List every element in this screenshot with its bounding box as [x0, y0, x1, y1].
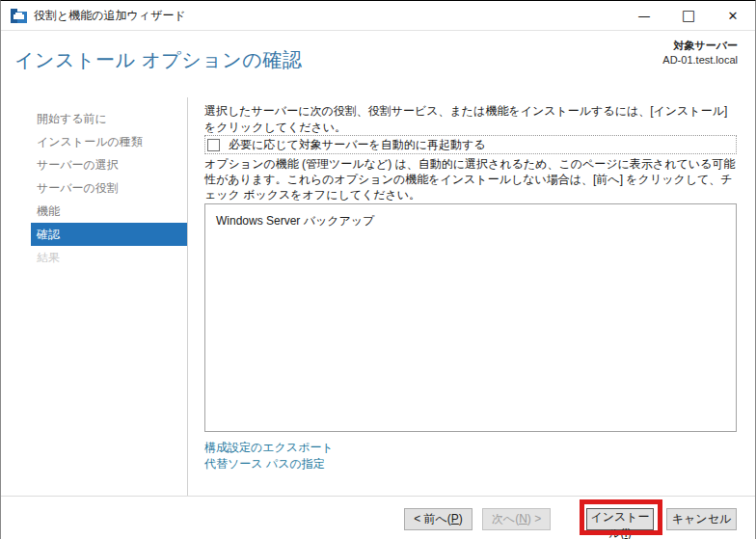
target-server-label: 対象サーバー [662, 39, 738, 53]
title-bar: 役割と機能の追加ウィザード — □ ✕ [1, 1, 755, 31]
wizard-footer: < 前へ(P) 次へ(N) > インストール(I) キャンセル [1, 496, 755, 539]
caption-controls: — □ ✕ [622, 1, 755, 30]
next-button-label-end: ) > [527, 512, 541, 526]
wizard-window: 役割と機能の追加ウィザード — □ ✕ インストール オプションの確認 対象サー… [0, 0, 756, 539]
footer-links: 構成設定のエクスポート 代替ソース パスの指定 [204, 440, 334, 472]
restart-checkbox-row[interactable]: 必要に応じて対象サーバーを自動的に再起動する [204, 135, 737, 154]
restart-checkbox[interactable] [207, 139, 220, 151]
nav-item-features[interactable]: 機能 [31, 200, 187, 223]
back-button-accesskey: P [451, 512, 459, 526]
back-button[interactable]: < 前へ(P) [404, 508, 472, 530]
window-title: 役割と機能の追加ウィザード [34, 8, 186, 24]
install-button[interactable]: インストール(I) [586, 508, 654, 530]
install-button-label-end: ) [628, 526, 632, 539]
install-button-label: インストール( [590, 510, 649, 539]
nav-item-server-selection[interactable]: サーバーの選択 [31, 153, 187, 176]
feature-item-windows-server-backup[interactable]: Windows Server バックアップ [205, 204, 736, 229]
confirmation-page: 選択したサーバーに次の役割、役割サービス、または機能をインストールするには、[イ… [204, 97, 737, 496]
next-button: 次へ(N) > [482, 508, 551, 530]
minimize-button[interactable]: — [622, 1, 666, 30]
target-server-name: AD-01.test.local [662, 53, 738, 67]
close-button[interactable]: ✕ [711, 1, 755, 30]
optional-features-note: オプションの機能 (管理ツールなど) は、自動的に選択されるため、このページに表… [204, 156, 737, 202]
wizard-nav: 開始する前に インストールの種類 サーバーの選択 サーバーの役割 機能 確認 結… [1, 97, 188, 496]
nav-item-before-you-begin[interactable]: 開始する前に [31, 107, 187, 130]
next-button-accesskey: N [519, 512, 527, 526]
cancel-button[interactable]: キャンセル [666, 508, 737, 530]
wizard-header: インストール オプションの確認 対象サーバー AD-01.test.local [1, 32, 755, 97]
back-button-label-end: ) [459, 512, 463, 526]
page-title: インストール オプションの確認 [14, 47, 302, 73]
target-server-info: 対象サーバー AD-01.test.local [662, 39, 738, 67]
next-button-label: 次へ( [492, 512, 519, 526]
back-button-label: < 前へ( [414, 512, 451, 526]
nav-item-server-roles[interactable]: サーバーの役割 [31, 176, 187, 200]
selected-features-list[interactable]: Windows Server バックアップ [204, 203, 737, 432]
export-configuration-link[interactable]: 構成設定のエクスポート [204, 440, 334, 456]
nav-item-results: 結果 [31, 246, 187, 269]
alternate-source-path-link[interactable]: 代替ソース パスの指定 [204, 456, 334, 472]
nav-item-confirmation[interactable]: 確認 [31, 223, 187, 246]
wizard-icon [11, 9, 27, 23]
restart-checkbox-label[interactable]: 必要に応じて対象サーバーを自動的に再起動する [229, 137, 486, 153]
nav-item-installation-type[interactable]: インストールの種類 [31, 130, 187, 153]
instruction-text: 選択したサーバーに次の役割、役割サービス、または機能をインストールするには、[イ… [204, 103, 737, 136]
maximize-button[interactable]: □ [666, 1, 711, 30]
